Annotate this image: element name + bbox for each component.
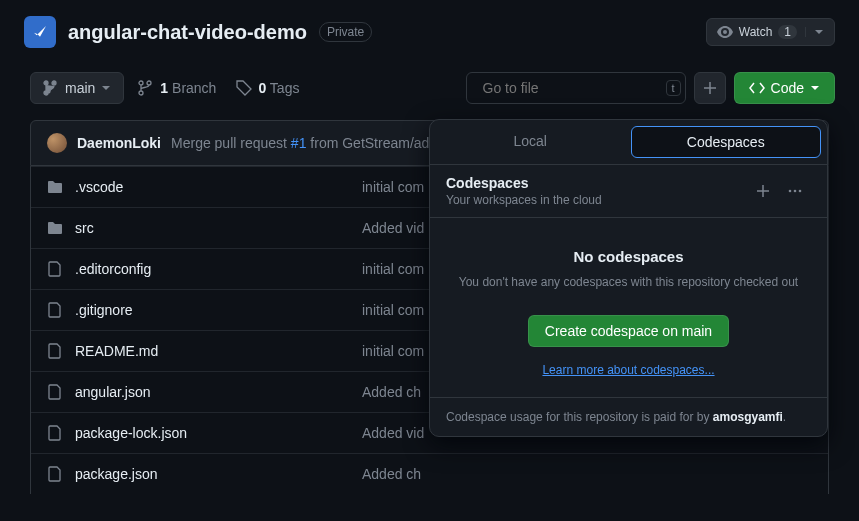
commit-message[interactable]: Merge pull request #1 from GetStream/ad <box>171 135 429 151</box>
chevron-down-icon[interactable] <box>805 27 824 37</box>
branch-selector[interactable]: main <box>30 72 124 104</box>
tab-codespaces[interactable]: Codespaces <box>631 126 822 158</box>
new-codespace-button[interactable] <box>747 177 779 205</box>
dropdown-tabs: Local Codespaces <box>430 120 827 164</box>
kebab-icon <box>787 183 803 199</box>
pr-link[interactable]: #1 <box>291 135 307 151</box>
avatar[interactable] <box>47 133 67 153</box>
tag-icon <box>236 80 252 96</box>
file-name[interactable]: package-lock.json <box>75 425 350 441</box>
file-search[interactable]: t <box>466 72 686 104</box>
create-codespace-button[interactable]: Create codespace on main <box>528 315 729 347</box>
learn-more-link[interactable]: Learn more about codespaces... <box>450 363 807 377</box>
file-name[interactable]: src <box>75 220 350 236</box>
watch-button[interactable]: Watch 1 <box>706 18 835 46</box>
svg-point-1 <box>789 190 792 193</box>
code-label: Code <box>771 80 804 96</box>
file-commit-message[interactable]: Added ch <box>362 466 812 482</box>
repo-header: angular-chat-video-demo Private Watch 1 <box>0 0 859 64</box>
git-branch-icon <box>43 80 59 96</box>
file-icon <box>47 343 63 359</box>
chevron-down-icon <box>101 83 111 93</box>
panel-title: Codespaces <box>446 175 747 191</box>
repo-name[interactable]: angular-chat-video-demo <box>68 21 307 44</box>
tab-local[interactable]: Local <box>436 126 625 158</box>
file-row[interactable]: package.jsonAdded ch <box>31 453 828 494</box>
repo-logo <box>24 16 56 48</box>
empty-state-description: You don't have any codespaces with this … <box>450 273 807 291</box>
watch-count: 1 <box>778 25 797 39</box>
visibility-badge: Private <box>319 22 372 42</box>
git-branch-icon <box>138 80 154 96</box>
file-name[interactable]: package.json <box>75 466 350 482</box>
svg-point-2 <box>794 190 797 193</box>
branch-name: main <box>65 80 95 96</box>
search-input[interactable] <box>483 80 658 96</box>
file-icon <box>47 302 63 318</box>
file-icon <box>47 384 63 400</box>
file-name[interactable]: .vscode <box>75 179 350 195</box>
code-button[interactable]: Code <box>734 72 835 104</box>
folder-icon <box>47 179 63 195</box>
codespaces-header: Codespaces Your workspaces in the cloud <box>430 164 827 217</box>
file-name[interactable]: README.md <box>75 343 350 359</box>
eye-icon <box>717 24 733 40</box>
file-icon <box>47 466 63 482</box>
code-icon <box>749 80 765 96</box>
file-name[interactable]: .editorconfig <box>75 261 350 277</box>
file-name[interactable]: .gitignore <box>75 302 350 318</box>
add-file-button[interactable] <box>694 72 726 104</box>
file-name[interactable]: angular.json <box>75 384 350 400</box>
keyboard-hint: t <box>666 80 681 96</box>
codespaces-body: No codespaces You don't have any codespa… <box>430 217 827 397</box>
codespaces-footer: Codespace usage for this repository is p… <box>430 397 827 436</box>
plus-icon <box>755 183 771 199</box>
branches-link[interactable]: 1 Branch <box>132 80 222 96</box>
svg-point-3 <box>799 190 802 193</box>
commit-author[interactable]: DaemonLoki <box>77 135 161 151</box>
file-icon <box>47 261 63 277</box>
panel-subtitle: Your workspaces in the cloud <box>446 193 747 207</box>
empty-state-title: No codespaces <box>450 248 807 265</box>
codespace-options-button[interactable] <box>779 177 811 205</box>
tags-link[interactable]: 0 Tags <box>230 80 305 96</box>
folder-icon <box>47 220 63 236</box>
watch-label: Watch <box>739 25 773 39</box>
chevron-down-icon <box>810 83 820 93</box>
code-dropdown: Local Codespaces Codespaces Your workspa… <box>429 119 828 437</box>
plus-icon <box>702 80 718 96</box>
file-icon <box>47 425 63 441</box>
footer-user[interactable]: amosgyamfi <box>713 410 783 424</box>
repo-toolbar: main 1 Branch 0 Tags t Code <box>0 64 859 120</box>
